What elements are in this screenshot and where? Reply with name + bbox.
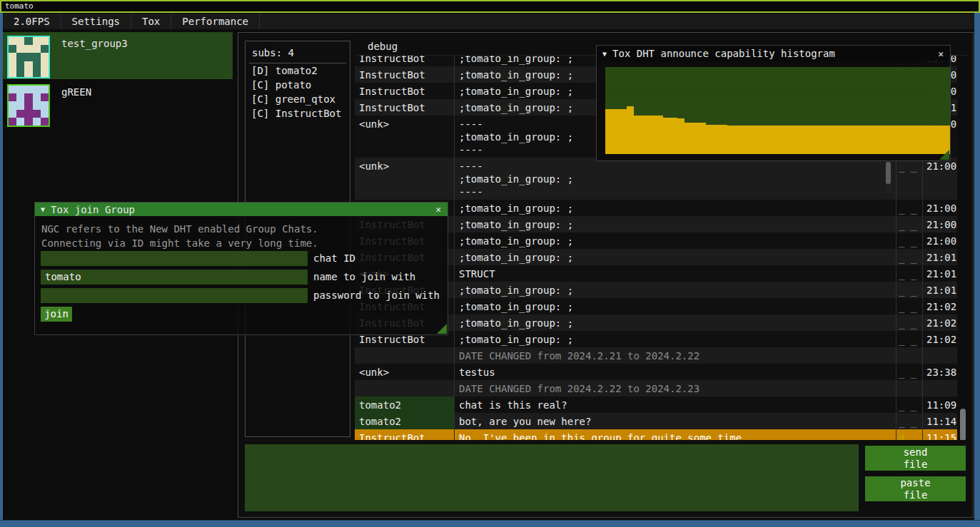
close-icon[interactable]: ✕ xyxy=(938,48,950,59)
chat-message-row[interactable]: tomato2chat is this real?_ _11:09 xyxy=(355,396,957,413)
message-status: _ _ xyxy=(896,282,922,298)
avatar-pixel xyxy=(9,61,16,69)
join-group-titlebar[interactable]: ▼ Tox join Group ✕ xyxy=(35,203,448,216)
dht-histogram-title: Tox DHT announce capability histogram xyxy=(612,48,835,59)
message-input[interactable] xyxy=(245,444,859,511)
message-time: 21:01 xyxy=(922,265,957,282)
chat-id-label: chat ID xyxy=(313,251,355,266)
close-icon[interactable]: ✕ xyxy=(435,204,448,215)
avatar-pixel xyxy=(24,86,32,93)
date-changed-row[interactable]: DATE CHANGED from 2024.2.22 to 2024.2.23 xyxy=(355,380,957,396)
app-window: tomato 2.0FPSSettingsToxPerformance test… xyxy=(0,0,980,527)
avatar-pixel xyxy=(33,61,41,69)
collapse-arrow-icon[interactable]: ▼ xyxy=(597,50,612,58)
chat-scrollbar-thumb[interactable] xyxy=(960,409,966,440)
message-scrollbar[interactable] xyxy=(885,160,891,193)
dht-histogram-window: ▼ Tox DHT announce capability histogram … xyxy=(596,45,951,161)
members-list: [D] tomato2[C] potato[C] green_qtox[C] I… xyxy=(246,63,350,121)
message-author: InstructBot xyxy=(355,83,454,99)
message-author xyxy=(355,380,454,396)
join-password-field[interactable] xyxy=(41,288,308,303)
join-button[interactable]: join xyxy=(41,307,72,322)
message-status: _ _ xyxy=(896,232,922,249)
histogram-bar xyxy=(921,126,929,154)
histogram-bar xyxy=(605,109,612,154)
histogram-bar xyxy=(720,125,727,154)
message-time: 21:00 xyxy=(922,232,957,249)
chat-message-row[interactable]: <unk>testus_ _23:38 xyxy=(355,364,957,380)
avatar-pixel xyxy=(24,69,32,77)
message-text: bot, are you new here? xyxy=(454,413,896,429)
member-item-green_qtox[interactable]: [C] green_qtox xyxy=(246,92,350,106)
avatar-pixel xyxy=(33,53,41,61)
histogram-bar xyxy=(849,126,857,154)
message-author xyxy=(355,347,454,364)
histogram-bar xyxy=(799,126,807,154)
avatar-pixel xyxy=(41,110,49,118)
message-status: _ _ xyxy=(896,331,922,347)
avatar-pixel xyxy=(24,101,32,109)
avatar-pixel xyxy=(9,69,16,77)
chat-message-row[interactable]: InstructBotNo, I've been in this group f… xyxy=(355,429,957,440)
avatar-pixel xyxy=(9,118,16,126)
avatar-pixel xyxy=(24,93,32,101)
avatar-pixel xyxy=(24,37,32,45)
message-status: _ _ xyxy=(896,396,922,413)
histogram-bar xyxy=(749,126,756,154)
ngc-info-line: Connecting via ID might take a very long… xyxy=(41,236,318,250)
avatar-pixel xyxy=(16,101,24,109)
window-border-bottom xyxy=(0,520,980,527)
message-status xyxy=(896,380,922,396)
window-titlebar[interactable]: tomato xyxy=(0,0,980,13)
member-item-InstructBot[interactable]: [C] InstructBot xyxy=(246,106,350,121)
avatar-pixel xyxy=(41,86,49,93)
message-time xyxy=(922,380,957,396)
avatar-pixel xyxy=(9,93,16,101)
message-time: 11:09 xyxy=(922,396,957,413)
member-item-tomato2[interactable]: [D] tomato2 xyxy=(246,63,350,78)
avatar-pixel xyxy=(24,53,32,61)
histogram-bar xyxy=(878,126,885,154)
avatar-pixel xyxy=(24,61,32,69)
resize-grip[interactable] xyxy=(437,324,447,334)
message-time: 21:00 xyxy=(922,200,957,216)
send-file-button[interactable]: send file xyxy=(865,446,966,471)
date-changed-row[interactable]: DATE CHANGED from 2024.2.21 to 2024.2.22 xyxy=(355,347,957,364)
avatar-pixel xyxy=(16,110,24,118)
message-time: 21:02 xyxy=(922,314,957,331)
dht-histogram-titlebar[interactable]: ▼ Tox DHT announce capability histogram … xyxy=(597,46,950,61)
message-time xyxy=(922,347,957,364)
window-title: tomato xyxy=(5,1,34,11)
chat-message-row[interactable]: tomato2bot, are you new here?_ _11:14 xyxy=(355,413,957,429)
collapse-arrow-icon[interactable]: ▼ xyxy=(35,205,51,213)
message-author: tomato2 xyxy=(355,413,454,429)
delivered-mark: d xyxy=(899,432,904,440)
histogram-bar xyxy=(785,126,792,154)
ngc-info-line: NGC refers to the New DHT enabled Group … xyxy=(41,222,318,236)
message-text: chat is this real? xyxy=(454,396,896,413)
histogram-bar xyxy=(634,116,641,154)
date-changed-text: DATE CHANGED from 2024.2.21 to 2024.2.22 xyxy=(454,347,896,364)
menu-item-tox[interactable]: Tox xyxy=(131,14,171,29)
menu-item-performance[interactable]: Performance xyxy=(171,14,260,29)
message-author: <unk> xyxy=(355,116,454,158)
message-text: No, I've been in this group for quite so… xyxy=(454,429,896,440)
chat-message-row[interactable]: <unk>---- ;tomato_in_group: ; ----_ _21:… xyxy=(355,158,957,200)
resize-grip[interactable] xyxy=(939,150,949,160)
chat-scrollbar[interactable] xyxy=(959,56,966,440)
histogram-bar xyxy=(842,126,849,154)
fps-counter: 2.0FPS xyxy=(3,14,61,29)
message-time: 21:01 xyxy=(922,282,957,298)
join-name-field[interactable]: tomato xyxy=(41,270,308,285)
paste-file-button[interactable]: paste file xyxy=(865,476,966,501)
message-scrollbar-thumb[interactable] xyxy=(886,162,891,184)
histogram-bar xyxy=(929,126,936,154)
message-text: ;tomato_in_group: ; xyxy=(454,249,896,265)
chat-id-field[interactable] xyxy=(41,251,308,266)
group-item-test_group3[interactable]: test_group3 xyxy=(3,32,233,79)
histogram-bar xyxy=(864,126,871,154)
message-time: 21:00 xyxy=(922,158,957,200)
menu-item-settings[interactable]: Settings xyxy=(61,14,131,29)
member-item-potato[interactable]: [C] potato xyxy=(246,78,350,92)
group-item-gREEN[interactable]: gREEN xyxy=(3,81,233,128)
